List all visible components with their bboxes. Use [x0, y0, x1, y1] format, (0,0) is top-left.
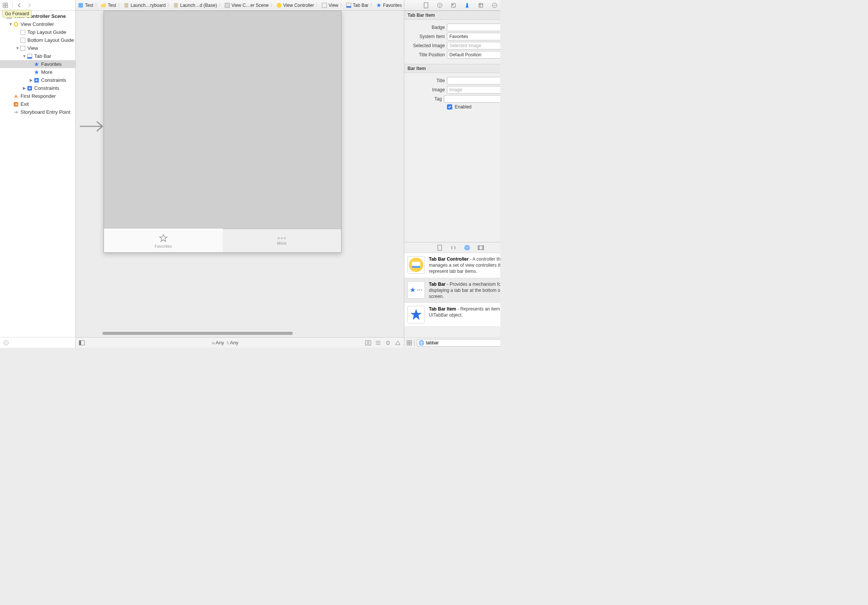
library-item-tab-bar-controller[interactable]: Tab Bar Controller - A controller that m… [404, 253, 500, 278]
connections-inspector-tab-icon[interactable] [491, 2, 498, 9]
title-position-label: Title Position [407, 52, 445, 57]
tree-exit[interactable]: Exit [0, 100, 75, 108]
bar-item-section-header: Bar Item [404, 64, 500, 73]
enabled-label: Enabled [455, 104, 471, 110]
image-label: Image [407, 87, 445, 92]
horizontal-scrollbar[interactable] [102, 332, 293, 335]
library-item-tab-bar[interactable]: Tab Bar - Provides a mechanism for displ… [404, 278, 500, 303]
media-library-icon[interactable] [477, 244, 484, 251]
related-items-icon[interactable] [2, 2, 8, 8]
navigator-panel: Go Forward ▼ View Controller Scene ▼ Vie… [0, 0, 76, 348]
star-icon [34, 69, 40, 75]
canvas-tab-favorites[interactable]: Favorites [104, 229, 223, 252]
file-template-library-icon[interactable] [436, 244, 443, 251]
inspector-tabs: ? [404, 0, 500, 11]
svg-rect-0 [3, 3, 5, 5]
size-inspector-tab-icon[interactable] [477, 2, 484, 9]
svg-rect-18 [174, 3, 178, 8]
go-forward-icon[interactable] [26, 2, 32, 8]
canvas-view-controller[interactable]: Favorites More [104, 11, 341, 253]
navigator-toolbar: Go Forward [0, 0, 75, 11]
document-outline-tree[interactable]: ▼ View Controller Scene ▼ View Controlle… [0, 11, 75, 337]
svg-rect-42 [478, 246, 479, 250]
jump-crumb-vc[interactable]: View Controller [276, 3, 315, 8]
badge-label: Badge [407, 25, 445, 30]
badge-input[interactable] [447, 24, 500, 31]
jump-crumb-storyboard-base[interactable]: Launch…d (Base) [172, 3, 218, 8]
svg-rect-36 [479, 3, 483, 7]
canvas-tab-favorites-label: Favorites [155, 244, 172, 248]
tree-tab-bar[interactable]: ▼ Tab Bar [0, 52, 75, 60]
svg-rect-6 [15, 23, 17, 25]
svg-rect-3 [6, 6, 8, 8]
tree-bottom-layout-guide[interactable]: Bottom Layout Guide [0, 36, 75, 44]
jump-crumb-tabbar[interactable]: Tab Bar [345, 3, 369, 8]
tree-entry-point[interactable]: Storyboard Entry Point [0, 108, 75, 116]
tooltip: Go Forward [2, 10, 32, 18]
stack-icon[interactable] [365, 340, 371, 345]
tree-constraints-inner[interactable]: ▶ Constraints [0, 76, 75, 84]
interface-builder-canvas[interactable]: Favorites More [76, 11, 404, 337]
tag-input[interactable] [444, 95, 500, 103]
tabbar-icon [27, 53, 33, 59]
jump-crumb-view[interactable]: View [321, 3, 339, 8]
tree-view[interactable]: ▼ View [0, 44, 75, 52]
svg-point-20 [276, 3, 281, 8]
library-search-input[interactable] [426, 340, 500, 345]
jump-crumb-favorites[interactable]: Favorites [375, 3, 402, 8]
jump-bar[interactable]: Test〉 Test〉 Launch…ryboard〉 Launch…d (Ba… [76, 0, 404, 11]
svg-rect-8 [21, 38, 25, 43]
attributes-inspector-tab-icon[interactable] [464, 2, 471, 9]
star-outline-icon [158, 233, 168, 243]
go-back-icon[interactable] [16, 2, 22, 8]
tree-view-controller[interactable]: ▼ View Controller [0, 20, 75, 28]
object-library-icon[interactable] [464, 244, 471, 251]
system-item-select[interactable]: Favorites [447, 33, 500, 40]
code-snippet-library-icon[interactable] [450, 244, 457, 251]
tree-top-layout-guide[interactable]: Top Layout Guide [0, 28, 75, 36]
selected-image-label: Selected Image [407, 43, 445, 48]
svg-point-48 [419, 289, 420, 290]
object-library: Tab Bar Controller - A controller that m… [404, 242, 500, 348]
identity-inspector-tab-icon[interactable] [450, 2, 457, 9]
size-class-control[interactable]: wAny hAny [212, 340, 238, 345]
title-position-select[interactable]: Default Position [447, 51, 500, 59]
canvas-tab-more[interactable]: More [223, 229, 341, 252]
resolve-issues-icon[interactable] [395, 340, 401, 345]
align-icon[interactable] [375, 340, 381, 345]
search-scope-icon[interactable] [419, 340, 424, 345]
star-icon [34, 61, 40, 67]
library-search[interactable] [417, 339, 500, 347]
exit-icon [13, 101, 19, 107]
library-item-tab-bar-item[interactable]: Tab Bar Item - Represents an item on a U… [404, 303, 500, 327]
svg-rect-9 [21, 46, 25, 51]
svg-rect-16 [78, 3, 83, 8]
filter-icon[interactable] [3, 340, 9, 346]
tree-constraints-outer[interactable]: ▶ Constraints [0, 84, 75, 92]
svg-rect-51 [410, 341, 412, 342]
pin-icon[interactable] [385, 340, 391, 345]
jump-crumb-test-folder[interactable]: Test [100, 3, 117, 8]
svg-rect-43 [482, 246, 483, 250]
image-select[interactable]: Image [447, 86, 500, 94]
first-responder-icon [13, 93, 19, 99]
tree-more[interactable]: More [0, 68, 75, 76]
svg-rect-50 [407, 341, 409, 342]
svg-rect-23 [346, 6, 351, 8]
file-inspector-tab-icon[interactable] [423, 2, 429, 9]
jump-crumb-scene[interactable]: View C…er Scene [224, 3, 270, 8]
svg-point-26 [284, 237, 286, 239]
toggle-outline-icon[interactable] [79, 340, 85, 345]
svg-rect-38 [438, 245, 442, 250]
canvas-tab-bar[interactable]: Favorites More [104, 229, 341, 252]
library-grid-view-icon[interactable] [407, 340, 412, 345]
jump-crumb-storyboard[interactable]: Launch…ryboard [123, 3, 166, 8]
title-input[interactable] [447, 77, 500, 84]
tag-label: Tag [407, 96, 442, 102]
tree-first-responder[interactable]: First Responder [0, 92, 75, 100]
enabled-checkbox[interactable] [447, 104, 452, 110]
jump-crumb-test-project[interactable]: Test [77, 3, 94, 8]
selected-image-select[interactable]: Selected Image [447, 42, 500, 49]
tree-favorites[interactable]: Favorites [0, 60, 75, 68]
quick-help-tab-icon[interactable]: ? [436, 2, 443, 9]
